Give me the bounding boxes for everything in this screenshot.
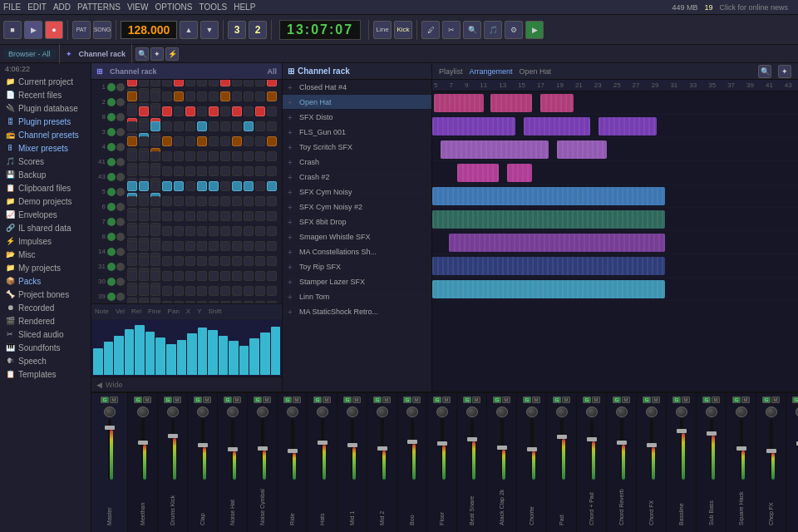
step-12-1[interactable] — [139, 256, 149, 266]
sidebar-item-scores[interactable]: 🎵Scores — [0, 155, 91, 168]
mix-green-1[interactable]: G — [134, 397, 142, 403]
step-8-9[interactable] — [232, 196, 242, 206]
ch-mute-2[interactable] — [107, 113, 116, 121]
step-4-8[interactable] — [220, 136, 230, 146]
mixer-channel-3[interactable]: G M Clap — [188, 393, 218, 532]
step-13-3[interactable] — [162, 271, 172, 281]
step-4-5[interactable] — [185, 136, 195, 146]
step-14-6[interactable] — [197, 286, 207, 296]
ch-solo-5[interactable] — [116, 158, 125, 166]
step-2-4[interactable] — [174, 106, 184, 116]
step-11-9[interactable] — [232, 241, 242, 251]
ch-mute-1[interactable] — [107, 98, 116, 106]
step-3-0[interactable] — [127, 121, 137, 131]
arr-block-6-0[interactable] — [449, 234, 665, 252]
arr-block-0-1[interactable] — [490, 94, 532, 112]
mix-fader-thumb-5[interactable] — [258, 446, 268, 451]
mix-mute-20[interactable]: M — [712, 397, 720, 403]
mixer-channel-22[interactable]: G M Chop FX — [756, 393, 786, 532]
step-3-4[interactable] — [174, 121, 184, 131]
mix-green-15[interactable]: G — [553, 397, 561, 403]
step-12-8[interactable] — [220, 256, 230, 266]
mix-green-17[interactable]: G — [613, 397, 621, 403]
step-1-2[interactable] — [150, 91, 160, 101]
step-0-6[interactable] — [197, 80, 207, 86]
mix-fader-thumb-7[interactable] — [318, 441, 328, 445]
step-7-3[interactable] — [162, 181, 172, 191]
step-9-4[interactable] — [174, 211, 184, 221]
step-1-9[interactable] — [232, 91, 242, 101]
sidebar-item-current-project[interactable]: 📁Current project — [0, 75, 91, 88]
mix-green-11[interactable]: G — [433, 397, 441, 403]
step-5-12[interactable] — [267, 151, 277, 161]
step-14-8[interactable] — [220, 286, 230, 296]
mix-mute-14[interactable]: M — [532, 397, 540, 403]
arr-track-content-8[interactable] — [432, 278, 798, 300]
arr-block-0-2[interactable] — [540, 94, 574, 112]
sidebar-item-demo-projects[interactable]: 📁Demo projects — [0, 195, 91, 208]
ch-solo-13[interactable] — [116, 278, 125, 286]
sig-den[interactable]: 2 — [249, 21, 267, 39]
mix-pan-knob-18[interactable] — [646, 406, 658, 417]
mix-mute-7[interactable]: M — [323, 397, 331, 403]
mix-mute-8[interactable]: M — [352, 397, 361, 403]
step-2-6[interactable] — [197, 106, 207, 116]
tab-open-hat[interactable]: Open Hat — [520, 67, 552, 76]
step-14-9[interactable] — [232, 286, 242, 296]
step-9-0[interactable] — [127, 211, 137, 221]
step-10-9[interactable] — [232, 226, 242, 236]
step-4-11[interactable] — [255, 136, 265, 146]
mix-pan-knob-2[interactable] — [167, 406, 179, 417]
mix-fader-thumb-9[interactable] — [377, 446, 387, 451]
inst-item-15[interactable]: +MA StaticShock Retro... — [283, 304, 431, 319]
tool-1[interactable]: 🖊 — [421, 21, 440, 39]
mixer-channel-7[interactable]: G M Hats — [308, 393, 337, 532]
step-10-1[interactable] — [139, 226, 149, 236]
step-8-12[interactable] — [267, 196, 277, 206]
ch-solo-3[interactable] — [116, 128, 125, 136]
mix-fader-thumb-0[interactable] — [105, 426, 115, 430]
mix-pan-knob-19[interactable] — [676, 406, 687, 417]
mix-pan-knob-20[interactable] — [706, 406, 717, 417]
mix-mute-21[interactable]: M — [741, 397, 750, 403]
step-12-0[interactable] — [127, 256, 137, 266]
step-12-12[interactable] — [267, 256, 277, 266]
step-6-7[interactable] — [209, 166, 219, 176]
sidebar-item-recorded[interactable]: ⏺Recorded — [0, 301, 91, 314]
step-3-1[interactable] — [139, 121, 149, 131]
step-7-2[interactable] — [150, 181, 160, 191]
step-10-5[interactable] — [185, 226, 195, 236]
step-4-0[interactable] — [127, 136, 137, 146]
menu-edit[interactable]: EDIT — [27, 2, 47, 12]
mix-fader-thumb-1[interactable] — [138, 441, 148, 445]
sidebar-item-il-shared-data[interactable]: 🔗IL shared data — [0, 221, 91, 234]
mix-fader-thumb-20[interactable] — [707, 431, 717, 436]
step-3-10[interactable] — [244, 121, 254, 131]
inst-item-4[interactable]: +Toy Scritch SFX — [283, 140, 431, 155]
sidebar-item-backup[interactable]: 💾Backup — [0, 168, 91, 181]
step-7-1[interactable] — [139, 181, 149, 191]
sidebar-item-envelopes[interactable]: 📈Envelopes — [0, 208, 91, 221]
mix-fader-thumb-4[interactable] — [228, 447, 238, 451]
ch-header-all[interactable]: All — [267, 67, 277, 76]
menu-file[interactable]: FILE — [3, 2, 21, 12]
ch-mute-13[interactable] — [107, 278, 116, 286]
step-13-8[interactable] — [220, 271, 230, 281]
step-4-6[interactable] — [197, 136, 207, 146]
mix-green-23[interactable]: G — [792, 397, 798, 403]
step-11-6[interactable] — [197, 241, 207, 251]
step-14-1[interactable] — [139, 286, 149, 296]
step-4-3[interactable] — [162, 136, 172, 146]
step-7-6[interactable] — [197, 181, 207, 191]
step-12-4[interactable] — [174, 256, 184, 266]
step-4-2[interactable] — [150, 136, 160, 146]
step-6-6[interactable] — [197, 166, 207, 176]
step-14-0[interactable] — [127, 286, 137, 296]
step-8-11[interactable] — [255, 196, 265, 206]
mix-fader-thumb-16[interactable] — [587, 437, 597, 441]
step-5-0[interactable] — [127, 151, 137, 161]
step-11-4[interactable] — [174, 241, 184, 251]
ch-mute-9[interactable] — [107, 218, 116, 226]
mix-fader-thumb-21[interactable] — [736, 446, 746, 451]
sidebar-item-misc[interactable]: 📂Misc — [0, 248, 91, 261]
